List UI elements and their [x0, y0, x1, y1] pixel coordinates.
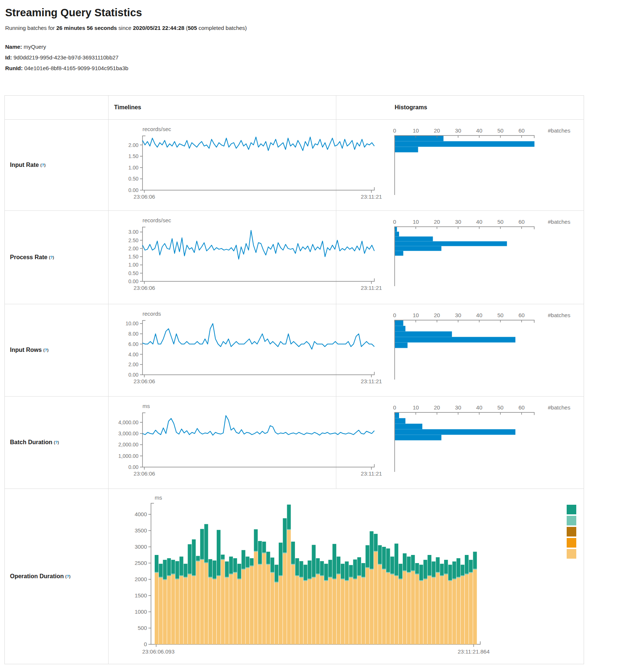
row-label-input-rows: Input Rows(?) [5, 304, 108, 396]
svg-text:40: 40 [476, 127, 483, 134]
process-rate-timeline-chart: records/sec3.002.502.001.501.000.500.002… [111, 218, 386, 297]
svg-text:1.50: 1.50 [128, 254, 138, 260]
help-icon[interactable]: (?) [43, 348, 48, 352]
svg-text:0: 0 [393, 312, 396, 318]
svg-text:1.00: 1.00 [128, 262, 138, 268]
input-rate-timeline-chart: records/sec2.001.501.000.500.0023:06:062… [111, 127, 386, 206]
svg-text:#batches: #batches [548, 404, 570, 411]
svg-text:#batches: #batches [548, 219, 570, 225]
svg-text:23:06:06: 23:06:06 [134, 285, 155, 291]
page-title: Streaming Query Statistics [5, 7, 625, 19]
svg-text:40: 40 [476, 219, 483, 225]
svg-text:4.00: 4.00 [128, 352, 138, 357]
svg-text:2.00: 2.00 [128, 361, 138, 367]
summary-mid: since [117, 25, 133, 31]
row-label-process-rate: Process Rate(?) [5, 210, 108, 304]
row-label-operation-duration: Operation Duration(?) [5, 488, 108, 664]
svg-text:2,000.00: 2,000.00 [119, 442, 139, 448]
svg-text:1500: 1500 [135, 592, 147, 599]
query-runid-line: RunId: 04e101e6-8bf8-4165-9099-9104c951b… [5, 63, 625, 73]
svg-text:2.00: 2.00 [128, 142, 138, 148]
batch-duration-timeline-chart: ms4,000.003,000.002,000.001,000.000.0023… [111, 404, 386, 483]
input-rows-histogram-chart: 0102030405060#batches [394, 308, 588, 387]
svg-text:0: 0 [393, 219, 396, 225]
svg-text:3500: 3500 [135, 527, 147, 534]
legend-color-swatch [567, 505, 576, 514]
svg-text:ms: ms [142, 403, 150, 409]
svg-text:2000: 2000 [135, 576, 147, 582]
help-icon[interactable]: (?) [65, 574, 71, 579]
svg-text:30: 30 [455, 219, 461, 225]
row-label-text: Operation Duration [10, 573, 64, 580]
row-label-input-rate: Input Rate(?) [5, 119, 108, 210]
svg-text:10: 10 [413, 312, 419, 318]
query-runid-value: 04e101e6-8bf8-4165-9099-9104c951ba3b [23, 65, 128, 71]
row-label-text: Process Rate [10, 254, 47, 261]
svg-text:50: 50 [497, 219, 504, 225]
svg-text:23:06:06.093: 23:06:06.093 [142, 648, 175, 655]
query-info: Name: myQuery Id: 9d0dd219-995d-423e-b97… [5, 41, 625, 73]
query-id-line: Id: 9d0dd219-995d-423e-b97d-36931110bb27 [5, 52, 625, 63]
streaming-query-statistics-page: Streaming Query Statistics Running batch… [0, 0, 625, 672]
svg-text:4,000.00: 4,000.00 [119, 419, 139, 425]
running-batches-summary: Running batches for 26 minutes 56 second… [5, 25, 625, 31]
batch-duration-histogram-chart: 0102030405060#batches [394, 400, 588, 479]
legend-color-swatch [567, 527, 576, 536]
svg-text:10: 10 [413, 404, 419, 411]
help-icon[interactable]: (?) [49, 255, 54, 260]
legend-color-swatch [567, 516, 576, 525]
svg-text:23:11:21: 23:11:21 [361, 470, 382, 477]
svg-text:2.50: 2.50 [128, 237, 138, 243]
row-label-text: Input Rows [10, 347, 42, 353]
metric-row-input-rate: Input Rate(?) records/sec2.001.501.000.5… [5, 119, 584, 210]
svg-text:2500: 2500 [135, 560, 147, 566]
svg-text:0: 0 [393, 127, 396, 134]
histograms-header: Histograms [395, 96, 427, 119]
svg-text:10: 10 [413, 127, 419, 134]
page-header: Streaming Query Statistics Running batch… [0, 0, 625, 73]
svg-text:1.00: 1.00 [128, 165, 138, 171]
svg-text:50: 50 [497, 127, 504, 134]
svg-text:50: 50 [497, 312, 504, 318]
svg-text:#batches: #batches [548, 127, 570, 134]
row-label-text: Input Rate [10, 162, 39, 168]
svg-text:60: 60 [518, 219, 525, 225]
svg-text:1.50: 1.50 [128, 153, 138, 159]
metric-row-batch-duration: Batch Duration(?) ms4,000.003,000.002,00… [5, 396, 584, 488]
summary-paren: ( [184, 25, 188, 31]
svg-text:20: 20 [434, 404, 440, 411]
svg-text:60: 60 [518, 404, 525, 411]
summary-start-time: 2020/05/21 22:44:28 [133, 25, 184, 31]
query-name-label: Name: [5, 44, 22, 50]
svg-text:0: 0 [393, 404, 396, 411]
svg-text:40: 40 [476, 404, 483, 411]
svg-text:23:11:21: 23:11:21 [361, 378, 382, 384]
query-name-value: myQuery [22, 44, 46, 50]
svg-text:1,000.00: 1,000.00 [119, 453, 139, 459]
legend-color-swatch [567, 538, 576, 548]
query-id-label: Id: [5, 54, 12, 61]
svg-text:3,000.00: 3,000.00 [119, 431, 139, 436]
legend-color-swatch [567, 549, 576, 559]
summary-duration: 26 minutes 56 seconds [56, 25, 117, 31]
timelines-header: Timelines [114, 96, 141, 119]
svg-text:23:06:06: 23:06:06 [134, 193, 155, 200]
svg-text:23:06:06: 23:06:06 [134, 470, 155, 477]
svg-text:20: 20 [434, 219, 440, 225]
svg-text:0.00: 0.00 [128, 372, 138, 378]
svg-text:2.00: 2.00 [128, 246, 138, 251]
svg-text:ms: ms [155, 494, 162, 501]
svg-text:1000: 1000 [135, 608, 147, 615]
process-rate-histogram-chart: 0102030405060#batches [394, 214, 588, 294]
metric-row-input-rows: Input Rows(?) records10.008.006.004.002.… [5, 304, 584, 396]
summary-batch-count: 505 [188, 25, 197, 31]
svg-text:records/sec: records/sec [142, 126, 171, 132]
help-icon[interactable]: (?) [40, 163, 45, 167]
svg-text:500: 500 [138, 625, 147, 631]
svg-text:30: 30 [455, 127, 461, 134]
svg-text:0.50: 0.50 [128, 270, 138, 276]
svg-text:0.00: 0.00 [128, 187, 138, 193]
row-label-text: Batch Duration [10, 439, 52, 446]
help-icon[interactable]: (?) [54, 440, 59, 445]
query-name-line: Name: myQuery [5, 41, 625, 52]
